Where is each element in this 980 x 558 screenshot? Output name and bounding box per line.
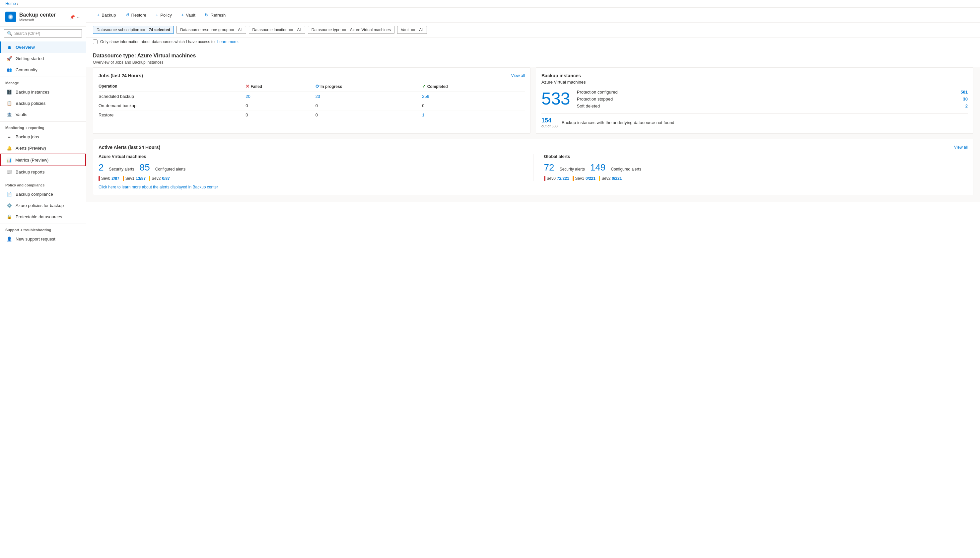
azure-sev1-label: Sev1 <box>125 176 135 181</box>
global-sev1-value: 0/221 <box>586 176 596 181</box>
sidebar-item-community-label: Community <box>16 67 38 72</box>
sidebar-item-backup-policies[interactable]: 📋 Backup policies <box>0 97 86 109</box>
bi-stat-stopped-label: Protection stopped <box>577 97 613 102</box>
job-scheduled-failed[interactable]: 20 <box>246 92 315 101</box>
bi-footer-desc: Backup instances with the underlying dat… <box>561 120 968 125</box>
sidebar-item-backup-jobs[interactable]: ≡ Backup jobs <box>0 131 86 142</box>
global-sev0-value[interactable]: 72/221 <box>557 176 569 181</box>
filter-subscription[interactable]: Datasource subscription == 74 selected <box>93 26 174 34</box>
refresh-button-label: Refresh <box>211 13 226 18</box>
alerts-learn-more-link[interactable]: Click here to learn more about the alert… <box>98 185 218 189</box>
pin-icon[interactable]: 📌 <box>70 15 75 20</box>
jobs-panel-header: Jobs (last 24 Hours) View all <box>98 73 525 78</box>
filter-location-value: All <box>297 28 301 32</box>
global-configured-count[interactable]: 149 <box>590 162 606 173</box>
azure-sev2: Sev2 0/87 <box>149 176 170 181</box>
global-sev1: Sev1 0/221 <box>573 176 596 181</box>
filter-location[interactable]: Datasource location == All <box>249 26 305 34</box>
bi-stat-stopped-value[interactable]: 30 <box>963 97 968 102</box>
bi-stat-row: Soft deleted 2 <box>577 102 968 110</box>
sev0-red-bar <box>98 176 100 181</box>
azure-configured-count[interactable]: 85 <box>140 162 150 173</box>
alerts-panel-header: Active Alerts (last 24 Hours) View all <box>98 144 968 150</box>
sidebar-item-getting-started-label: Getting started <box>16 56 44 61</box>
sidebar-header-actions[interactable]: 📌 ··· <box>70 15 80 20</box>
sidebar-item-backup-reports[interactable]: 📰 Backup reports <box>0 166 86 177</box>
azure-policies-icon: ⚙️ <box>6 202 12 208</box>
filter-vault[interactable]: Vault == All <box>397 26 427 34</box>
policy-button[interactable]: + Policy <box>152 10 176 20</box>
sidebar-item-backup-reports-label: Backup reports <box>16 169 44 174</box>
alerts-view-all-link[interactable]: View all <box>954 145 968 149</box>
search-box[interactable]: 🔍 <box>4 29 82 38</box>
in-progress-status-icon: ⟳ <box>315 84 320 89</box>
vault-button[interactable]: + Vault <box>177 10 199 20</box>
alerts-global-col: Global alerts 72 Security alerts 149 Con… <box>544 154 968 181</box>
filter-rg-label: Datasource resource group == <box>180 28 234 32</box>
sidebar-item-vaults[interactable]: 🏦 Vaults <box>0 109 86 120</box>
metrics-icon: 📊 <box>6 157 12 163</box>
app-container: Home › Backup center Microsoft 📌 <box>0 0 980 558</box>
toolbar: + Backup ↺ Restore + Policy + Vault ↻ <box>86 8 980 23</box>
access-checkbox-label: Only show information about datasources … <box>100 39 215 44</box>
sidebar-item-vaults-label: Vaults <box>16 112 27 117</box>
table-row: Scheduled backup 20 23 259 <box>98 92 525 101</box>
bi-big-number[interactable]: 533 <box>542 90 570 107</box>
learn-more-link[interactable]: Learn more. <box>217 39 239 44</box>
azure-sev0-value[interactable]: 2/87 <box>112 176 119 181</box>
sidebar-item-alerts-preview[interactable]: 🔔 Alerts (Preview) <box>0 142 86 154</box>
job-scheduled-progress[interactable]: 23 <box>315 92 422 101</box>
bi-stat-softdeleted-value[interactable]: 2 <box>965 103 968 108</box>
azure-security-count[interactable]: 2 <box>98 162 104 173</box>
sidebar-item-backup-instances[interactable]: 🗄️ Backup instances <box>0 86 86 97</box>
job-scheduled-completed[interactable]: 259 <box>422 92 525 101</box>
global-security-count[interactable]: 72 <box>544 162 554 173</box>
alerts-two-col: Azure Virtual machines 2 Security alerts… <box>98 154 968 181</box>
filters-row: Datasource subscription == 74 selected D… <box>86 23 980 38</box>
access-checkbox[interactable] <box>93 39 97 44</box>
breadcrumb-home[interactable]: Home <box>5 1 16 6</box>
sidebar-item-protectable-datasources[interactable]: 🔒 Protectable datasources <box>0 211 86 222</box>
completed-status-icon: ✓ <box>422 84 426 89</box>
sidebar-item-metrics-preview[interactable]: 📊 Metrics (Preview) <box>0 154 86 166</box>
jobs-table: Operation ✕ Failed ⟳ In progress <box>98 82 525 120</box>
sidebar-item-backup-compliance[interactable]: 📄 Backup compliance <box>0 189 86 200</box>
more-icon[interactable]: ··· <box>77 15 80 20</box>
filter-datasource-type[interactable]: Datasource type == Azure Virtual machine… <box>308 26 394 34</box>
job-restore-label: Restore <box>98 110 246 120</box>
getting-started-icon: 🚀 <box>6 56 12 61</box>
policy-plus-icon: + <box>156 12 158 18</box>
restore-button[interactable]: ↺ Restore <box>121 10 151 20</box>
azure-sev2-label: Sev2 <box>152 176 161 181</box>
refresh-button[interactable]: ↻ Refresh <box>201 10 230 20</box>
sidebar-item-azure-policies[interactable]: ⚙️ Azure policies for backup <box>0 200 86 211</box>
col-in-progress: ⟳ In progress <box>315 82 422 92</box>
alerts-panel-title: Active Alerts (last 24 Hours) <box>98 144 160 150</box>
sidebar-item-support[interactable]: 👤 New support request <box>0 233 86 245</box>
top-panels-row: Jobs (last 24 Hours) View all Operation … <box>93 67 973 134</box>
job-restore-completed[interactable]: 1 <box>422 110 525 120</box>
alerts-azure-title: Azure Virtual machines <box>98 154 522 159</box>
job-scheduled-label: Scheduled backup <box>98 92 246 101</box>
backup-policies-icon: 📋 <box>6 100 12 106</box>
backup-button[interactable]: + Backup <box>93 10 120 20</box>
vault-plus-icon: + <box>181 12 184 18</box>
filter-subscription-label: Datasource subscription == <box>97 28 145 32</box>
jobs-view-all-link[interactable]: View all <box>511 73 525 78</box>
search-input[interactable] <box>14 31 79 36</box>
bi-footer-left: 154 out of 533 <box>542 117 558 128</box>
sidebar-item-community[interactable]: 👥 Community <box>0 64 86 75</box>
sidebar-item-overview[interactable]: ⊞ Overview <box>0 41 86 53</box>
policy-button-label: Policy <box>160 13 172 18</box>
bi-footer-number[interactable]: 154 <box>542 117 558 124</box>
sidebar-item-getting-started[interactable]: 🚀 Getting started <box>0 53 86 64</box>
azure-configured-label: Configured alerts <box>155 167 185 172</box>
sidebar-app-title: Backup center <box>19 12 66 18</box>
bi-stat-protection-value[interactable]: 501 <box>960 90 968 95</box>
backup-instances-icon: 🗄️ <box>6 89 12 95</box>
sidebar-logo <box>5 11 16 22</box>
global-security-label: Security alerts <box>560 167 585 172</box>
filter-resource-group[interactable]: Datasource resource group == All <box>177 26 246 34</box>
azure-sev1-value[interactable]: 13/87 <box>136 176 146 181</box>
global-sev-row: Sev0 72/221 Sev1 0/221 <box>544 176 968 181</box>
